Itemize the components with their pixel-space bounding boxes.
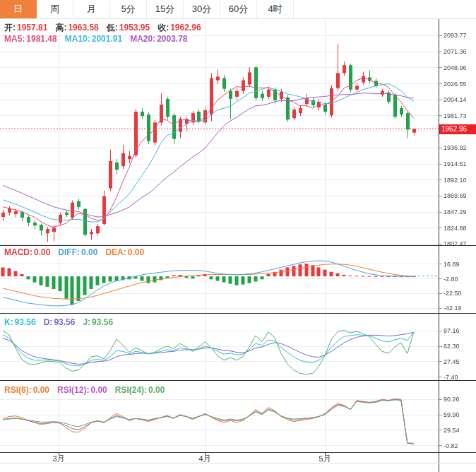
tab-timeframe-5[interactable]: 30分 (184, 0, 220, 18)
ohlc-legend: 开:1957.81高:1963.58低:1953.95收:1962.96 (4, 22, 209, 34)
x-axis-label: 3月 (48, 454, 69, 464)
legend-value: 93.56 (92, 317, 113, 327)
legend-value: 2001.91 (92, 34, 122, 44)
legend-label: RSI(24): (115, 385, 147, 395)
legend-label: DIFF: (58, 247, 80, 257)
tab-timeframe-2[interactable]: 月 (73, 0, 110, 18)
trading-chart-window: 日周月5分15分30分60分4时 开:1957.81高:1963.58低:195… (0, 0, 476, 472)
chart-canvas[interactable] (0, 0, 476, 472)
tab-timeframe-6[interactable]: 60分 (220, 0, 257, 18)
tab-timeframe-7[interactable]: 4时 (257, 0, 294, 18)
legend-value: 1953.95 (119, 23, 150, 33)
legend-value: 0.00 (34, 247, 50, 257)
tab-timeframe-3[interactable]: 5分 (110, 0, 147, 18)
rsi-legend: RSI(6):0.00RSI(12):0.00RSI(24):0.00 (4, 385, 172, 395)
legend-label: 开: (4, 23, 16, 33)
x-axis-label: 4月 (194, 454, 215, 464)
legend-value: 2003.78 (157, 34, 187, 44)
legend-label: DEA: (105, 247, 126, 257)
legend-label: 收: (157, 23, 169, 33)
legend-value: 93.56 (54, 317, 75, 327)
tab-timeframe-4[interactable]: 15分 (147, 0, 184, 18)
legend-value: 1963.58 (68, 23, 98, 33)
legend-label: 高: (55, 23, 66, 33)
legend-value: 1981.48 (26, 34, 56, 44)
legend-value: 0.00 (148, 385, 165, 395)
legend-label: D: (44, 317, 53, 327)
legend-value: 1962.96 (170, 23, 201, 33)
legend-value: 0.00 (81, 247, 97, 257)
ma-legend: MA5:1981.48MA10:2001.91MA20:2003.78 (4, 34, 196, 44)
legend-label: MA10: (65, 34, 90, 44)
tab-timeframe-0[interactable]: 日 (0, 0, 37, 18)
macd-legend: MACD:0.00DIFF:0.00DEA:0.00 (4, 247, 152, 257)
legend-label: MA20: (130, 34, 155, 44)
x-axis-label: 5月 (314, 454, 335, 464)
legend-value: 93.56 (15, 317, 36, 327)
current-price-badge: 1962.96 (439, 124, 476, 134)
legend-label: MA5: (4, 34, 25, 44)
legend-value: 0.00 (33, 385, 49, 395)
tab-timeframe-1[interactable]: 周 (37, 0, 73, 18)
timeframe-tabbar: 日周月5分15分30分60分4时 (0, 0, 476, 19)
legend-value: 0.00 (128, 247, 144, 257)
legend-value: 1957.81 (17, 23, 47, 33)
legend-label: RSI(12): (57, 385, 89, 395)
legend-label: 低: (107, 23, 118, 33)
legend-label: K: (4, 317, 13, 327)
legend-label: J: (83, 317, 90, 327)
legend-label: RSI(6): (4, 385, 32, 395)
kdj-legend: K:93.56D:93.56J:93.56 (4, 317, 121, 327)
legend-value: 0.00 (90, 385, 107, 395)
legend-label: MACD: (4, 247, 32, 257)
